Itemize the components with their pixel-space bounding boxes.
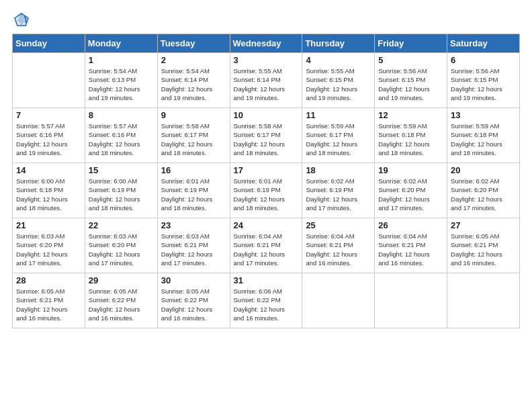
weekday-header-row: SundayMondayTuesdayWednesdayThursdayFrid… xyxy=(13,34,520,53)
header xyxy=(12,7,520,30)
day-info: Sunrise: 6:04 AM Sunset: 6:21 PM Dayligh… xyxy=(378,232,443,267)
day-number: 26 xyxy=(378,220,443,230)
day-number: 1 xyxy=(89,55,154,65)
day-info: Sunrise: 5:58 AM Sunset: 6:17 PM Dayligh… xyxy=(234,122,299,157)
calendar-cell: 31Sunrise: 6:06 AM Sunset: 6:22 PM Dayli… xyxy=(230,273,302,328)
calendar-cell xyxy=(302,273,375,328)
day-info: Sunrise: 5:54 AM Sunset: 6:14 PM Dayligh… xyxy=(161,66,226,102)
day-number: 7 xyxy=(16,110,81,120)
day-number: 23 xyxy=(161,220,226,230)
day-info: Sunrise: 6:03 AM Sunset: 6:20 PM Dayligh… xyxy=(89,232,154,267)
calendar-cell: 20Sunrise: 6:02 AM Sunset: 6:20 PM Dayli… xyxy=(447,163,520,218)
day-info: Sunrise: 5:59 AM Sunset: 6:18 PM Dayligh… xyxy=(378,122,443,157)
weekday-header-wednesday: Wednesday xyxy=(230,34,302,53)
calendar-week-row: 1Sunrise: 5:54 AM Sunset: 6:13 PM Daylig… xyxy=(13,53,520,108)
calendar-week-row: 21Sunrise: 6:03 AM Sunset: 6:20 PM Dayli… xyxy=(13,218,520,273)
calendar-cell: 19Sunrise: 6:02 AM Sunset: 6:20 PM Dayli… xyxy=(375,163,447,218)
calendar-week-row: 28Sunrise: 6:05 AM Sunset: 6:21 PM Dayli… xyxy=(13,273,520,328)
calendar-cell: 10Sunrise: 5:58 AM Sunset: 6:17 PM Dayli… xyxy=(230,108,302,163)
day-info: Sunrise: 6:06 AM Sunset: 6:22 PM Dayligh… xyxy=(234,287,299,322)
calendar-cell: 11Sunrise: 5:59 AM Sunset: 6:17 PM Dayli… xyxy=(302,108,375,163)
day-number: 25 xyxy=(306,220,371,230)
calendar-cell: 26Sunrise: 6:04 AM Sunset: 6:21 PM Dayli… xyxy=(375,218,447,273)
day-number: 6 xyxy=(451,55,516,65)
calendar-cell: 8Sunrise: 5:57 AM Sunset: 6:16 PM Daylig… xyxy=(85,108,157,163)
day-info: Sunrise: 5:59 AM Sunset: 6:17 PM Dayligh… xyxy=(306,122,371,157)
calendar-cell: 1Sunrise: 5:54 AM Sunset: 6:13 PM Daylig… xyxy=(85,53,157,108)
day-number: 29 xyxy=(89,275,154,285)
day-number: 2 xyxy=(161,55,226,65)
calendar-cell: 27Sunrise: 6:05 AM Sunset: 6:21 PM Dayli… xyxy=(447,218,520,273)
weekday-header-sunday: Sunday xyxy=(13,34,85,53)
day-number: 22 xyxy=(89,220,154,230)
day-number: 14 xyxy=(16,165,81,175)
day-info: Sunrise: 6:04 AM Sunset: 6:21 PM Dayligh… xyxy=(234,232,299,267)
day-number: 17 xyxy=(234,165,299,175)
day-info: Sunrise: 6:02 AM Sunset: 6:19 PM Dayligh… xyxy=(306,177,371,212)
day-number: 3 xyxy=(234,55,299,65)
day-info: Sunrise: 6:05 AM Sunset: 6:21 PM Dayligh… xyxy=(16,287,81,322)
day-number: 21 xyxy=(16,220,81,230)
day-info: Sunrise: 5:58 AM Sunset: 6:17 PM Dayligh… xyxy=(161,122,226,157)
day-info: Sunrise: 6:05 AM Sunset: 6:21 PM Dayligh… xyxy=(451,232,516,267)
calendar-cell xyxy=(13,53,85,108)
weekday-header-monday: Monday xyxy=(85,34,157,53)
day-info: Sunrise: 6:03 AM Sunset: 6:20 PM Dayligh… xyxy=(16,232,81,267)
calendar-cell: 18Sunrise: 6:02 AM Sunset: 6:19 PM Dayli… xyxy=(302,163,375,218)
day-number: 5 xyxy=(378,55,443,65)
day-number: 15 xyxy=(89,165,154,175)
weekday-header-friday: Friday xyxy=(375,34,447,53)
day-info: Sunrise: 6:01 AM Sunset: 6:19 PM Dayligh… xyxy=(234,177,299,212)
calendar-cell: 22Sunrise: 6:03 AM Sunset: 6:20 PM Dayli… xyxy=(85,218,157,273)
day-info: Sunrise: 6:04 AM Sunset: 6:21 PM Dayligh… xyxy=(306,232,371,267)
weekday-header-tuesday: Tuesday xyxy=(157,34,230,53)
calendar-cell: 28Sunrise: 6:05 AM Sunset: 6:21 PM Dayli… xyxy=(13,273,85,328)
calendar-cell: 6Sunrise: 5:56 AM Sunset: 6:15 PM Daylig… xyxy=(447,53,520,108)
calendar-cell: 21Sunrise: 6:03 AM Sunset: 6:20 PM Dayli… xyxy=(13,218,85,273)
calendar-cell: 13Sunrise: 5:59 AM Sunset: 6:18 PM Dayli… xyxy=(447,108,520,163)
day-number: 4 xyxy=(306,55,371,65)
day-number: 10 xyxy=(234,110,299,120)
day-number: 8 xyxy=(89,110,154,120)
day-info: Sunrise: 6:03 AM Sunset: 6:21 PM Dayligh… xyxy=(161,232,226,267)
day-number: 19 xyxy=(378,165,443,175)
calendar-cell: 15Sunrise: 6:00 AM Sunset: 6:19 PM Dayli… xyxy=(85,163,157,218)
calendar-cell: 25Sunrise: 6:04 AM Sunset: 6:21 PM Dayli… xyxy=(302,218,375,273)
calendar-cell: 12Sunrise: 5:59 AM Sunset: 6:18 PM Dayli… xyxy=(375,108,447,163)
day-info: Sunrise: 5:56 AM Sunset: 6:15 PM Dayligh… xyxy=(451,66,516,102)
day-info: Sunrise: 6:02 AM Sunset: 6:20 PM Dayligh… xyxy=(451,177,516,212)
page: SundayMondayTuesdayWednesdayThursdayFrid… xyxy=(0,0,532,411)
day-number: 27 xyxy=(451,220,516,230)
day-number: 18 xyxy=(306,165,371,175)
calendar-cell: 23Sunrise: 6:03 AM Sunset: 6:21 PM Dayli… xyxy=(157,218,230,273)
day-info: Sunrise: 5:55 AM Sunset: 6:15 PM Dayligh… xyxy=(306,66,371,102)
calendar-table: SundayMondayTuesdayWednesdayThursdayFrid… xyxy=(12,34,520,328)
calendar-cell: 29Sunrise: 6:05 AM Sunset: 6:22 PM Dayli… xyxy=(85,273,157,328)
day-info: Sunrise: 5:54 AM Sunset: 6:13 PM Dayligh… xyxy=(89,66,154,102)
calendar-cell: 4Sunrise: 5:55 AM Sunset: 6:15 PM Daylig… xyxy=(302,53,375,108)
day-info: Sunrise: 6:02 AM Sunset: 6:20 PM Dayligh… xyxy=(378,177,443,212)
calendar-cell: 5Sunrise: 5:56 AM Sunset: 6:15 PM Daylig… xyxy=(375,53,447,108)
calendar-cell: 30Sunrise: 6:05 AM Sunset: 6:22 PM Dayli… xyxy=(157,273,230,328)
day-info: Sunrise: 6:00 AM Sunset: 6:19 PM Dayligh… xyxy=(89,177,154,212)
calendar-cell: 3Sunrise: 5:55 AM Sunset: 6:14 PM Daylig… xyxy=(230,53,302,108)
day-number: 31 xyxy=(234,275,299,285)
day-info: Sunrise: 6:00 AM Sunset: 6:18 PM Dayligh… xyxy=(16,177,81,212)
calendar-cell: 9Sunrise: 5:58 AM Sunset: 6:17 PM Daylig… xyxy=(157,108,230,163)
day-info: Sunrise: 5:57 AM Sunset: 6:16 PM Dayligh… xyxy=(16,122,81,157)
day-number: 9 xyxy=(161,110,226,120)
calendar-cell xyxy=(447,273,520,328)
calendar-cell: 24Sunrise: 6:04 AM Sunset: 6:21 PM Dayli… xyxy=(230,218,302,273)
day-info: Sunrise: 5:55 AM Sunset: 6:14 PM Dayligh… xyxy=(234,66,299,102)
day-info: Sunrise: 6:05 AM Sunset: 6:22 PM Dayligh… xyxy=(89,287,154,322)
logo xyxy=(12,11,34,30)
calendar-cell: 14Sunrise: 6:00 AM Sunset: 6:18 PM Dayli… xyxy=(13,163,85,218)
day-info: Sunrise: 6:01 AM Sunset: 6:19 PM Dayligh… xyxy=(161,177,226,212)
calendar-week-row: 14Sunrise: 6:00 AM Sunset: 6:18 PM Dayli… xyxy=(13,163,520,218)
calendar-cell: 7Sunrise: 5:57 AM Sunset: 6:16 PM Daylig… xyxy=(13,108,85,163)
weekday-header-thursday: Thursday xyxy=(302,34,375,53)
logo-icon xyxy=(12,11,31,30)
day-number: 13 xyxy=(451,110,516,120)
day-info: Sunrise: 5:57 AM Sunset: 6:16 PM Dayligh… xyxy=(89,122,154,157)
day-info: Sunrise: 5:56 AM Sunset: 6:15 PM Dayligh… xyxy=(378,66,443,102)
